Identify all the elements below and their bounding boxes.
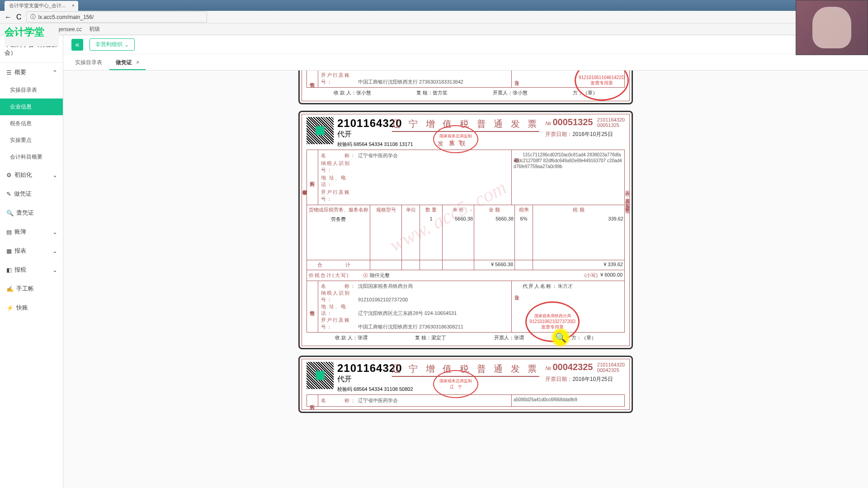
field-label: 地 址、电 话： [321, 174, 358, 188]
report-icon: ▦ [6, 248, 12, 254]
remark-label: 备注 [514, 74, 521, 79]
buyer-name: 辽宁省中医药学会 [358, 153, 398, 158]
document-tabs: 实操目录表 做凭证 × [63, 54, 868, 70]
check-code: 68564 54334 31108 13171 [354, 141, 413, 147]
buyer-label: 购买方 [309, 175, 316, 180]
zoom-in-icon[interactable]: 🔍 [555, 332, 566, 343]
nav-label: 概要 [14, 68, 26, 76]
menu-icon: ☰ [6, 69, 12, 76]
tax-icon: ◧ [6, 267, 12, 273]
nav-voucher[interactable]: ✎做凭证 [0, 184, 63, 203]
site-logo: 会计学堂 [5, 25, 59, 46]
item-price: 5660.38 [443, 215, 474, 260]
invoice-no: 00051325 [552, 117, 593, 127]
tab-label: 做凭证 [116, 59, 132, 66]
nav-label: 快账 [16, 304, 28, 312]
item-rate: 6% [515, 215, 533, 260]
sidebar: 中医药学会（行业协会） ☰ 概要 实操目录表 企业信息 税务信息 实操重点 会计… [0, 35, 63, 488]
collapse-sidebar-button[interactable]: « [71, 39, 83, 51]
col-header: 税 额 [533, 205, 624, 215]
nav-label: 账簿 [14, 228, 26, 236]
amount-words: 陆仟元整 [370, 272, 585, 279]
seller-label: 销售方 [309, 76, 316, 81]
words-label: 价税合计(大写) [309, 272, 363, 279]
content-area[interactable]: 销售方 开户行及账号：中国工商银行沈阳铁西支行 2736303183313842… [63, 70, 868, 488]
nav-quick[interactable]: ⚡快账 [0, 298, 63, 317]
invoice-card: 2101164320 代开 校验码 68564 54334 31108 5080… [298, 356, 633, 413]
checker: 梁定丁 [431, 335, 446, 340]
remark-label: 备注 [514, 288, 521, 294]
col-header: 金 额 [474, 205, 515, 215]
tab-label: 实操目录表 [75, 59, 102, 66]
webcam-overlay [796, 0, 868, 55]
issue-date: 2016年10月25日 [572, 131, 613, 137]
nav-search-voucher[interactable]: 🔍查凭证 [0, 203, 63, 222]
seller-bank: 中国工商银行沈阳铁西支行 2736303186308211 [358, 324, 463, 329]
url-bar: ← C ⓘ lx.acc5.com/main_156/ [0, 11, 868, 23]
back-icon[interactable]: ← [5, 13, 12, 21]
bookmarks-bar: ⠿ 应用 acc5com.gensee.cc 初级 [0, 23, 868, 35]
edit-icon: ✎ [6, 191, 11, 197]
nav-label: 报税 [14, 266, 26, 274]
tab-title: 会计学堂支援中心_会计... [9, 3, 66, 8]
issue-date: 2016年10月25日 [572, 376, 613, 382]
nav-report[interactable]: ▦报表 [0, 241, 63, 260]
org-type-select[interactable]: 非营利组织 ⌄ [90, 38, 135, 51]
reload-icon[interactable]: C [16, 13, 22, 21]
nav-manual[interactable]: ✍手工帐 [0, 279, 63, 298]
nav-ledger[interactable]: ▤账簿 [0, 222, 63, 241]
sub-company-info[interactable]: 企业信息 [0, 99, 63, 115]
info-icon: ⓘ [30, 13, 36, 21]
stamp-code: 91210106210273720D [529, 319, 576, 324]
cursor-highlight: 🔍 [551, 328, 571, 347]
nav-init[interactable]: ⚙初始化 [0, 165, 63, 184]
side-code: 00042325 [597, 367, 625, 373]
browser-tab[interactable]: 会计学堂支援中心_会计... × [5, 1, 78, 11]
nav-label: 查凭证 [16, 209, 34, 217]
close-icon[interactable]: × [72, 3, 75, 8]
cipher-label: 密码区 [514, 152, 521, 157]
invoice-card: 销售方 开户行及账号：中国工商银行沈阳铁西支行 2736303183313842… [298, 70, 633, 104]
nav-tax[interactable]: ◧报税 [0, 260, 63, 279]
url-text: lx.acc5.com/main_156/ [38, 14, 94, 20]
sub-tax-info[interactable]: 税务信息 [0, 115, 63, 132]
col-header: 货物或应税劳务、服务名称 [307, 205, 370, 215]
nav-label: 初始化 [14, 171, 32, 179]
tab-voucher[interactable]: 做凭证 × [109, 56, 146, 70]
close-icon[interactable]: × [136, 59, 139, 66]
sub-catalog[interactable]: 实操目录表 [0, 82, 63, 99]
issuer: 张小慧 [513, 90, 528, 95]
seal-note: 方：（章） [571, 335, 596, 340]
buyer-name: 辽宁省中医药学会 [358, 398, 398, 403]
total-label: 合 计 [307, 260, 370, 270]
url-input[interactable]: ⓘ lx.acc5.com/main_156/ [26, 11, 207, 23]
select-label: 非营利组织 [95, 41, 123, 48]
check-label: 校验码 [337, 141, 352, 147]
no-label: № [545, 120, 551, 127]
chevron-down-icon: ⌄ [124, 42, 129, 48]
check-code: 68564 54334 31108 50802 [354, 386, 413, 392]
invoice-card: 会计学堂教学专用 第二联：发票联 购买方记账凭证 www. acc5. com … [298, 111, 633, 349]
nav-label: 报表 [14, 247, 26, 255]
sub-accounts[interactable]: 会计科目概要 [0, 149, 63, 165]
agent-name: 朱方才 [558, 283, 573, 289]
col-header: 单位 [402, 205, 420, 215]
search-icon: 🔍 [6, 210, 14, 216]
top-bar: « 非营利组织 ⌄ 张师师老师 (SVIP会员) [63, 35, 868, 54]
field-label: 开户行及账号： [321, 189, 358, 202]
amount-num: ¥ 6000.00 [600, 272, 623, 279]
seller-addr: 辽宁沈阳铁西区北三东路28号 024-10654531 [358, 310, 457, 316]
seller-tax: 912101062102737200 [358, 297, 408, 302]
tab-catalog[interactable]: 实操目录表 [69, 56, 108, 70]
payee: 张小慧 [356, 90, 371, 95]
item-amount: 5660.38 [474, 215, 515, 260]
item-qty: 1 [420, 215, 443, 260]
seller-label: 销售方 [309, 304, 316, 310]
stamp-code: 91210106110461422D [579, 75, 625, 80]
bookmark-item[interactable]: 初级 [89, 25, 100, 33]
nav-overview[interactable]: ☰ 概要 [0, 63, 63, 82]
sub-keypoints[interactable]: 实操重点 [0, 132, 63, 149]
side-code: 2101164320 [597, 117, 625, 122]
copy-label: 发 票 联 [438, 140, 467, 148]
field-label: 纳税人识别号： [321, 160, 358, 174]
